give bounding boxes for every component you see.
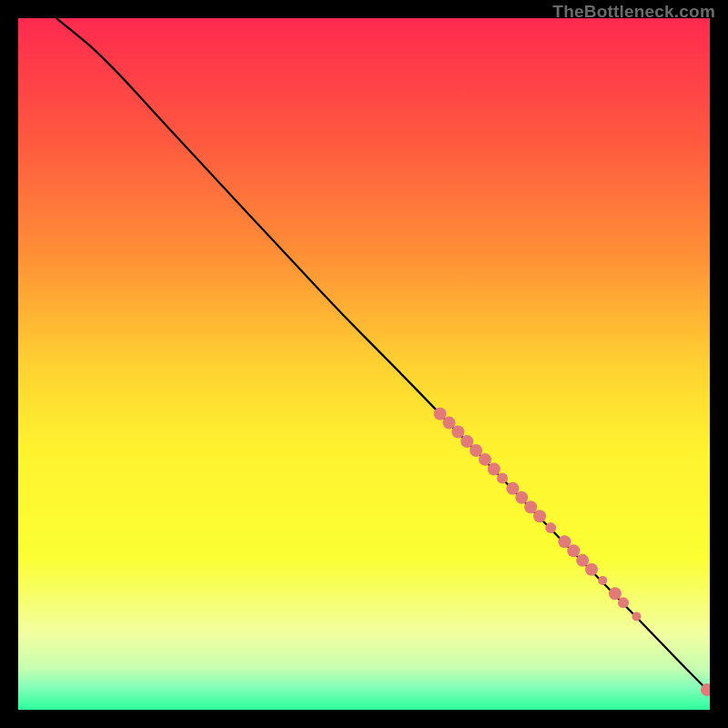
data-marker (434, 408, 447, 420)
data-marker (470, 444, 482, 457)
data-marker (598, 576, 607, 585)
data-marker (618, 597, 629, 608)
data-marker (488, 463, 500, 476)
data-marker (558, 535, 571, 548)
data-marker (609, 587, 622, 600)
data-marker (506, 482, 519, 495)
data-marker (632, 612, 641, 621)
gradient-background (18, 18, 710, 710)
data-marker (545, 522, 556, 533)
data-marker (442, 417, 455, 430)
data-marker (585, 563, 598, 576)
data-marker (533, 510, 546, 522)
data-marker (567, 544, 580, 557)
chart-svg (18, 18, 710, 710)
data-marker (479, 453, 491, 466)
attribution-label: TheBottleneck.com (552, 2, 715, 22)
data-marker (497, 472, 508, 483)
data-marker (524, 500, 537, 513)
data-marker (576, 554, 589, 567)
data-marker (460, 435, 473, 448)
data-marker (451, 425, 464, 438)
chart-plot-area (18, 18, 710, 710)
data-marker (515, 491, 528, 504)
